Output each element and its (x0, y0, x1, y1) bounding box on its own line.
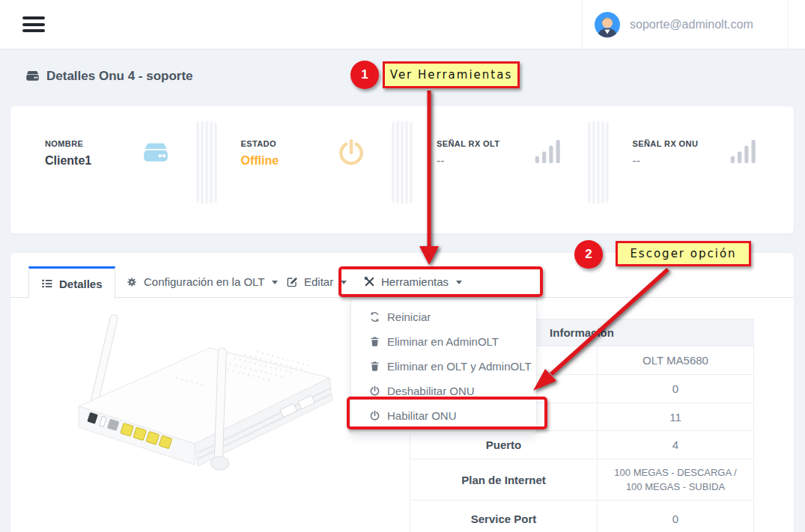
callout-text: Ver Herramientas (390, 68, 512, 82)
stat-senal-rx-olt: SEÑAL RX OLT -- (402, 106, 598, 233)
table-row: Puerto 4 (410, 431, 753, 459)
stat-value: Cliente1 (45, 154, 207, 168)
stat-nombre: NOMBRE Cliente1 (10, 106, 207, 233)
tabbar-divider (10, 297, 794, 298)
row-label: Service Port (410, 501, 598, 532)
stat-label: ESTADO (241, 139, 403, 148)
trash-icon (369, 336, 380, 347)
step-2-badge: 2 (574, 240, 603, 269)
menu-item-label: Deshabilitar ONU (387, 385, 475, 397)
row-label: Plan de Internet (410, 459, 598, 500)
menu-item-label: Eliminar en OLT y AdminOLT (387, 360, 532, 373)
table-row: Service Port 0 (410, 501, 753, 532)
stat-label: NOMBRE (45, 139, 207, 148)
row-label: Puerto (410, 431, 598, 459)
signal-bars-icon (730, 138, 758, 165)
onu-device-icon (25, 68, 40, 84)
user-avatar (595, 12, 620, 37)
menu-item-label: Reiniciar (387, 311, 431, 323)
onu-status-card: NOMBRE Cliente1 ESTADO Offline SEÑAL RX … (10, 106, 794, 233)
step-number: 2 (585, 247, 592, 262)
callout-escoger-opcion: Escoger opción (616, 241, 751, 266)
edit-icon (286, 276, 298, 288)
stat-value: -- (437, 154, 598, 168)
stat-value: -- (633, 154, 795, 168)
menu-item-eliminar-adminolt[interactable]: Eliminar en AdminOLT (351, 329, 536, 354)
list-icon (41, 278, 53, 290)
row-value: 0 (598, 501, 753, 532)
menu-item-eliminar-olt-adminolt[interactable]: Eliminar en OLT y AdminOLT (351, 354, 536, 379)
hamburger-menu-icon[interactable] (22, 16, 45, 33)
page-title: Detalles Onu 4 - soporte (25, 68, 193, 84)
menu-item-label: Eliminar en AdminOLT (387, 335, 499, 348)
gear-icon (126, 276, 138, 288)
top-navbar: soporte@adminolt.com (0, 0, 805, 49)
table-row: Plan de Internet 100 MEGAS - DESCARGA / … (410, 459, 753, 501)
tab-label: Configuración en la OLT (144, 275, 264, 288)
adminolt-onu-details-screen: soporte@adminolt.com Detalles Onu 4 - so… (0, 0, 805, 532)
row-value: OLT MA5680 (598, 346, 753, 374)
trash-icon (369, 361, 380, 372)
tab-configuracion-olt[interactable]: Configuración en la OLT (114, 266, 290, 297)
onu-device-image (26, 309, 341, 480)
user-account-menu[interactable]: soporte@adminolt.com (582, 0, 789, 49)
page-title-text: Detalles Onu 4 - soporte (46, 69, 193, 84)
row-value: 11 (598, 403, 753, 430)
callout-text: Escoger opción (630, 247, 736, 260)
row-value: 4 (598, 431, 753, 459)
menu-item-reiniciar[interactable]: Reiniciar (351, 305, 536, 329)
step-1-badge: 1 (350, 61, 379, 89)
step-number: 1 (361, 67, 368, 82)
user-email: soporte@adminolt.com (630, 18, 753, 31)
highlight-box-herramientas (338, 266, 543, 297)
stat-senal-rx-onu: SEÑAL RX ONU -- (598, 106, 795, 233)
signal-bars-icon (535, 138, 562, 165)
stat-label: SEÑAL RX OLT (437, 139, 598, 148)
tab-detalles[interactable]: Detalles (28, 266, 115, 299)
stat-label: SEÑAL RX ONU (633, 139, 795, 148)
highlight-box-habilitar-onu (347, 397, 547, 429)
power-icon (336, 138, 366, 168)
refresh-icon (369, 311, 380, 322)
power-icon (369, 385, 380, 397)
tab-label: Editar (304, 275, 333, 288)
row-value: 100 MEGAS - DESCARGA / 100 MEGAS - SUBID… (598, 459, 753, 500)
callout-ver-herramientas: Ver Herramientas (383, 61, 520, 88)
router-icon (141, 138, 171, 168)
row-value: 0 (598, 375, 753, 403)
tab-label: Detalles (59, 278, 103, 290)
status-badge: Offline (241, 154, 403, 168)
stat-estado: ESTADO Offline (207, 106, 403, 233)
